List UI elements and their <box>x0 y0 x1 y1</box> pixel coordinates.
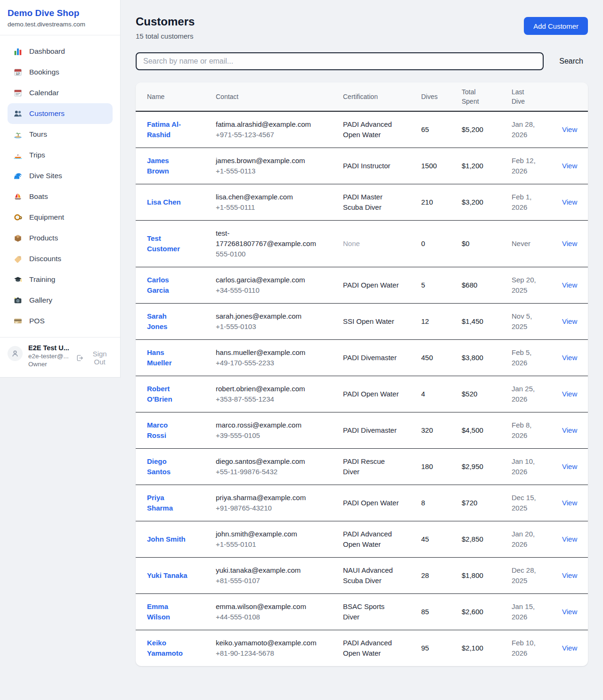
customer-name-link[interactable]: Fatima Al-Rashid <box>147 120 181 139</box>
certification: PADI Divemaster <box>343 354 397 362</box>
dive-mask-icon <box>13 213 23 222</box>
view-link[interactable]: View <box>562 281 577 289</box>
view-link[interactable]: View <box>562 317 577 325</box>
view-link[interactable]: View <box>562 426 577 434</box>
column-header-dives: Dives <box>421 82 462 111</box>
customer-name-link[interactable]: Hans Mueller <box>147 348 172 367</box>
sidebar-item-label: Equipment <box>29 213 64 222</box>
sidebar-item-label: Boats <box>29 192 48 201</box>
certification: PADI Divemaster <box>343 426 397 434</box>
table-row: Carlos Garciacarlos.garcia@example.com+3… <box>136 267 588 304</box>
customer-email: hans.mueller@example.com <box>216 347 319 358</box>
view-link[interactable]: View <box>562 644 577 652</box>
view-link[interactable]: View <box>562 125 577 133</box>
last-dive-date: Jan 28, 2026 <box>512 120 535 139</box>
sidebar-item-customers[interactable]: Customers <box>8 103 113 124</box>
view-link[interactable]: View <box>562 239 577 247</box>
view-link[interactable]: View <box>562 390 577 398</box>
view-link[interactable]: View <box>562 571 577 579</box>
dives-count: 0 <box>421 239 425 247</box>
certification: PADI Advanced Open Water <box>343 120 392 139</box>
dives-count: 5 <box>421 281 425 289</box>
column-header-name: Name <box>136 82 216 111</box>
search-button[interactable]: Search <box>554 54 588 68</box>
sidebar-item-dive-sites[interactable]: Dive Sites <box>8 165 113 186</box>
dives-count: 28 <box>421 571 429 579</box>
customer-name-link[interactable]: Emma Wilson <box>147 602 170 621</box>
customer-phone: +971-55-123-4567 <box>216 130 319 140</box>
sign-out-button[interactable]: Sign Out <box>76 350 113 366</box>
sidebar-item-equipment[interactable]: Equipment <box>8 207 113 228</box>
add-customer-button[interactable]: Add Customer <box>524 17 588 35</box>
search-input[interactable] <box>136 52 544 70</box>
customer-email: john.smith@example.com <box>216 529 319 539</box>
sidebar-item-products[interactable]: Products <box>8 228 113 248</box>
dives-count: 450 <box>421 354 433 362</box>
last-dive-date: Feb 5, 2026 <box>512 348 532 367</box>
table-row: Priya Sharmapriya.sharma@example.com+91-… <box>136 485 588 521</box>
customer-email: fatima.alrashid@example.com <box>216 119 319 130</box>
sidebar-item-trips[interactable]: Trips <box>8 145 113 165</box>
column-header-contact: Contact <box>216 82 343 111</box>
customer-name-link[interactable]: Lisa Chen <box>147 198 181 206</box>
total-spent: $2,850 <box>462 535 483 543</box>
sidebar-user-section: E2E Test U... e2e-tester@... Owner Sign … <box>0 337 120 377</box>
total-spent: $520 <box>462 390 477 398</box>
customer-name-link[interactable]: Priya Sharma <box>147 494 173 512</box>
customer-name-link[interactable]: Robert O'Brien <box>147 385 172 403</box>
customer-name-link[interactable]: Yuki Tanaka <box>147 571 187 579</box>
total-spent: $1,200 <box>462 162 483 170</box>
shop-domain: demo.test.divestreams.com <box>8 21 113 28</box>
customer-name-link[interactable]: Marco Rossi <box>147 421 168 439</box>
sidebar-item-dashboard[interactable]: Dashboard <box>8 41 113 62</box>
sidebar-item-training[interactable]: Training <box>8 269 113 290</box>
dives-count: 85 <box>421 608 429 616</box>
total-spent: $5,200 <box>462 125 483 133</box>
view-link[interactable]: View <box>562 354 577 362</box>
total-spent: $3,200 <box>462 198 483 206</box>
customer-name-link[interactable]: Test Customer <box>147 234 180 253</box>
view-link[interactable]: View <box>562 198 577 206</box>
total-spent: $2,600 <box>462 608 483 616</box>
view-link[interactable]: View <box>562 162 577 170</box>
customer-phone: +81-555-0107 <box>216 576 319 586</box>
page-subtitle: 15 total customers <box>136 32 195 40</box>
view-link[interactable]: View <box>562 462 577 470</box>
customers-table: Name Contact Certification Dives Total S… <box>136 82 588 666</box>
view-link[interactable]: View <box>562 499 577 507</box>
customer-email: carlos.garcia@example.com <box>216 275 319 285</box>
sidebar-item-discounts[interactable]: Discounts <box>8 248 113 269</box>
customer-name-link[interactable]: Diego Santos <box>147 457 171 476</box>
view-link[interactable]: View <box>562 608 577 616</box>
customer-name-link[interactable]: Carlos Garcia <box>147 276 169 294</box>
total-spent: $2,100 <box>462 644 483 652</box>
shop-title: Demo Dive Shop <box>8 8 113 18</box>
person-icon <box>11 349 19 358</box>
last-dive-date: Jan 10, 2026 <box>512 457 535 476</box>
customer-name-link[interactable]: James Brown <box>147 156 169 175</box>
certification: PADI Open Water <box>343 499 399 507</box>
table-row: John Smithjohn.smith@example.com+1-555-0… <box>136 521 588 558</box>
table-row: Keiko Yamamotokeiko.yamamoto@example.com… <box>136 630 588 667</box>
sidebar-item-pos[interactable]: POS <box>8 311 113 331</box>
sidebar-item-calendar[interactable]: Calendar <box>8 82 113 103</box>
table-row: Robert O'Brienrobert.obrien@example.com+… <box>136 376 588 412</box>
view-link[interactable]: View <box>562 535 577 543</box>
last-dive-date: Nov 5, 2025 <box>512 312 532 330</box>
customer-phone: +353-87-555-1234 <box>216 394 319 404</box>
sidebar-item-bookings[interactable]: 17Bookings <box>8 62 113 82</box>
dives-count: 180 <box>421 462 433 470</box>
sidebar-item-gallery[interactable]: Gallery <box>8 290 113 311</box>
customer-name-link[interactable]: John Smith <box>147 535 186 543</box>
sidebar-item-boats[interactable]: Boats <box>8 186 113 207</box>
table-row: Yuki Tanakayuki.tanaka@example.com+81-55… <box>136 558 588 594</box>
certification: PADI Advanced Open Water <box>343 530 392 548</box>
customer-phone: +1-555-0113 <box>216 166 319 176</box>
sidebar-item-tours[interactable]: Tours <box>8 124 113 145</box>
sidebar-item-label: Products <box>29 234 58 242</box>
customer-name-link[interactable]: Sarah Jones <box>147 312 167 330</box>
logout-icon <box>76 354 83 362</box>
speedboat-icon <box>13 150 23 160</box>
customer-name-link[interactable]: Keiko Yamamoto <box>147 639 183 657</box>
sidebar-item-label: POS <box>29 317 45 325</box>
